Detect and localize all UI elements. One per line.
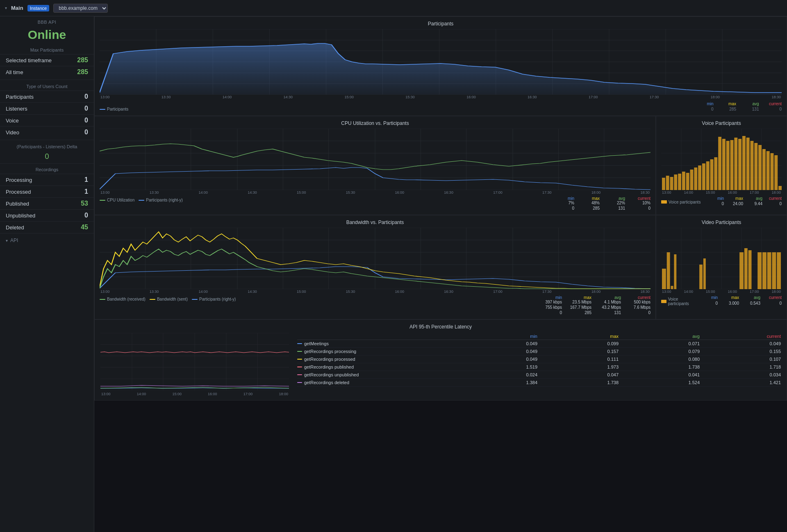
svg-rect-65	[738, 139, 742, 190]
svg-rect-52	[686, 173, 689, 190]
processed-row: Processed 1	[0, 186, 94, 197]
cpu-voice-row: CPU Utilization vs. Participants	[94, 116, 787, 215]
voice-row: Voice 0	[0, 114, 94, 126]
voice-legend-label: Voice participants	[669, 200, 701, 204]
participants-stats: min max avg current 0 285 131 0	[691, 102, 782, 111]
svg-rect-63	[730, 140, 734, 190]
participants-row-charts: Participants	[94, 16, 787, 116]
bandwidth-svg	[100, 228, 651, 289]
api-section[interactable]: ▾ API	[0, 233, 94, 245]
cpu-legend-item: CPU Utilization	[100, 198, 134, 202]
min-header: min	[691, 102, 714, 106]
video-label: Video	[6, 129, 19, 136]
cpu-avg: 22%	[600, 201, 625, 205]
v-min: 0	[705, 201, 724, 206]
cpu-chart-title: CPU Utilization vs. Participants	[100, 120, 651, 126]
svg-rect-51	[682, 172, 685, 190]
api-table-row: getRecordings unpublished 0.024 0.047 0.…	[297, 371, 781, 379]
participants-xaxis: 13:0013:3014:0014:3015:0015:3016:0016:30…	[100, 95, 782, 99]
all-time-value: 285	[77, 68, 88, 76]
api-xaxis: 13:0014:0015:0016:0017:0018:00	[100, 392, 289, 396]
video-stats: minmaxavgcurrent 0 3.000 0.543 0	[697, 295, 782, 306]
api-table-row: getRecordings processed 0.049 0.111 0.08…	[297, 355, 781, 363]
bw-recv-label: Bandwidth (received)	[107, 297, 146, 301]
bbb-api-label: BBB API	[0, 16, 94, 26]
selected-timeframe-label: Selected timeframe	[6, 57, 52, 63]
instance-select[interactable]: bbb.example.com	[53, 4, 108, 13]
voice-value: 0	[84, 117, 88, 124]
svg-rect-72	[767, 151, 770, 190]
svg-rect-112	[748, 250, 752, 289]
processing-value: 1	[84, 176, 88, 183]
min-val: 0	[691, 107, 714, 111]
api-chart-area: 13:0014:0015:0016:0017:0018:00	[100, 333, 289, 396]
svg-rect-70	[758, 145, 762, 190]
api-table-row: getRecordings processing 0.049 0.157 0.0…	[297, 348, 781, 355]
avg-header: avg	[737, 102, 759, 106]
svg-rect-48	[670, 177, 673, 190]
api-table-row: getRecordings deleted 1.384 1.738 1.524 …	[297, 379, 781, 387]
video-legend-item: Voice participants	[661, 297, 697, 306]
svg-rect-67	[746, 138, 750, 190]
svg-rect-60	[718, 137, 721, 190]
cpu-part-min: 0	[550, 206, 574, 211]
svg-rect-107	[674, 254, 676, 289]
svg-rect-50	[678, 174, 681, 190]
deleted-label: Deleted	[6, 224, 24, 231]
delta-title: (Participants - Listeners) Delta	[0, 140, 94, 151]
participants-legend: Participants	[100, 107, 128, 111]
cpu-cur: 10%	[626, 201, 651, 205]
unpublished-row: Unpublished 0	[0, 209, 94, 221]
selected-timeframe-row: Selected timeframe 285	[0, 54, 94, 66]
voice-footer: Voice participants minmaxavgcurrent 0 24…	[661, 196, 782, 206]
voice-svg	[661, 129, 782, 190]
svg-rect-53	[690, 170, 694, 190]
svg-rect-62	[726, 141, 730, 190]
cpu-min: 7%	[550, 201, 574, 205]
bw-recv-legend: Bandwidth (received)	[100, 297, 146, 301]
deleted-value: 45	[81, 224, 88, 231]
svg-rect-66	[742, 136, 746, 190]
cpu-part-avg: 131	[600, 206, 625, 211]
svg-rect-117	[777, 252, 781, 289]
svg-rect-54	[694, 168, 697, 190]
avg-val: 131	[737, 107, 759, 111]
svg-rect-68	[751, 141, 754, 190]
published-value: 53	[81, 200, 88, 207]
topbar: ▾ Main Instance bbb.example.com	[0, 0, 787, 16]
svg-rect-61	[722, 139, 726, 190]
svg-rect-75	[778, 186, 782, 190]
voice-chart-panel: Voice Participants	[656, 116, 787, 215]
voice-legend: Voice participants	[661, 198, 701, 206]
svg-rect-71	[762, 149, 766, 190]
api-arrow-icon: ▾	[6, 238, 8, 243]
participants-chart-title: Participants	[100, 21, 782, 27]
svg-rect-57	[706, 161, 710, 190]
svg-rect-105	[667, 252, 670, 289]
bw-sent-label: Bandwidth (sent)	[157, 297, 188, 301]
type-users-title: Type of Users Count	[0, 79, 94, 91]
bandwidth-video-row: Bandwidth vs. Participants	[94, 215, 787, 319]
deleted-row: Deleted 45	[0, 221, 94, 233]
voice-stats: minmaxavgcurrent 0 24.00 9.44 0	[705, 196, 782, 206]
all-time-row: All time 285	[0, 66, 94, 78]
listeners-label: Listeners	[6, 106, 27, 112]
cpu-chart-panel: CPU Utilization vs. Participants	[94, 116, 656, 215]
instance-badge: Instance	[27, 5, 50, 11]
status-badge: Online	[0, 26, 94, 45]
cpu-legend: CPU Utilization Participants (right-y)	[100, 198, 183, 202]
participants-label: Participants	[6, 94, 34, 100]
processing-row: Processing 1	[0, 174, 94, 186]
video-xaxis: 13:0014:0015:0016:0017:0018:00	[661, 290, 782, 294]
svg-rect-104	[662, 269, 666, 289]
main-content: Participants	[94, 16, 787, 532]
svg-rect-64	[734, 138, 737, 190]
video-value: 0	[84, 129, 88, 136]
all-time-label: All time	[6, 69, 23, 75]
svg-rect-116	[772, 252, 776, 289]
api-table-row: getRecordings published 1.519 1.973 1.73…	[297, 363, 781, 371]
processed-label: Processed	[6, 189, 31, 195]
max-participants-title: Max Participants	[0, 45, 94, 54]
bandwidth-chart-title: Bandwidth vs. Participants	[100, 220, 651, 225]
api-table-header: min max avg current	[297, 333, 781, 340]
